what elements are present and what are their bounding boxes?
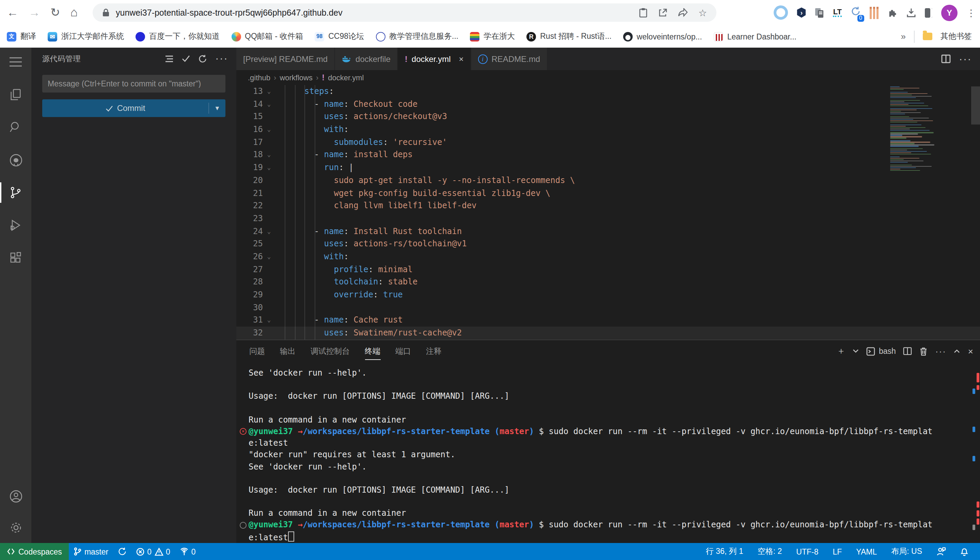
back-icon[interactable]: ← <box>7 6 18 19</box>
code-line-29[interactable]: 29 override: true <box>236 288 980 301</box>
ext-ring-icon[interactable] <box>774 5 788 20</box>
code-line-21[interactable]: 21 wget pkg-config build-essential zlib1… <box>236 187 980 199</box>
branch-indicator[interactable]: master <box>69 543 113 560</box>
bookmark-learner[interactable]: Learner Dashboar... <box>714 32 796 41</box>
ext-languagetool-icon[interactable]: LT <box>833 8 842 17</box>
eol[interactable]: LF <box>828 543 846 560</box>
clipboard-icon[interactable] <box>639 7 648 18</box>
open-in-new-icon[interactable] <box>658 8 668 17</box>
fold-chevron-icon[interactable]: ⌄ <box>263 225 275 237</box>
terminal-instance[interactable]: bash <box>866 347 896 355</box>
split-editor-icon[interactable] <box>941 55 951 63</box>
share-icon[interactable] <box>678 8 688 17</box>
tab-docker-yml[interactable]: !docker.yml× <box>398 48 471 70</box>
breadcrumb-root[interactable]: .github <box>248 73 270 82</box>
tab--preview-readme-md[interactable]: [Preview] README.md <box>236 48 335 70</box>
forward-icon[interactable]: → <box>28 6 40 19</box>
code-line-20[interactable]: 20 sudo apt-get install -y --no-install-… <box>236 174 980 187</box>
panel-tab-注释[interactable]: 注释 <box>426 340 442 362</box>
view-as-list-icon[interactable] <box>165 55 174 62</box>
activity-item-run-debug[interactable] <box>0 214 31 237</box>
refresh-icon[interactable] <box>198 54 207 63</box>
panel-tab-调试控制台[interactable]: 调试控制台 <box>311 340 350 362</box>
ext-pages-icon[interactable] <box>815 7 824 18</box>
bookmark-xzzd[interactable]: 学在浙大 <box>470 31 515 42</box>
panel-more-icon[interactable]: ··· <box>935 346 946 356</box>
activity-item-settings[interactable] <box>0 516 31 539</box>
code-line-19[interactable]: 19⌄ run: | <box>236 161 980 174</box>
sidebar-more-icon[interactable]: ··· <box>215 52 228 65</box>
encoding[interactable]: UTF-8 <box>791 543 823 560</box>
commit-button[interactable]: Commit ▼ <box>42 99 226 117</box>
home-icon[interactable]: ⌂ <box>70 5 78 20</box>
fold-chevron-icon[interactable]: ⌄ <box>263 123 275 136</box>
tab-readme-md[interactable]: iREADME.md <box>471 48 548 70</box>
fold-chevron-icon[interactable]: ⌄ <box>263 149 275 161</box>
kill-terminal-icon[interactable] <box>920 347 928 355</box>
bookmark-baidu[interactable]: 百度一下，你就知道 <box>135 31 220 42</box>
reload-icon[interactable]: ↻ <box>50 5 60 20</box>
bookmark-cc98[interactable]: 98CC98论坛 <box>314 31 364 42</box>
code-line-30[interactable]: 30 <box>236 301 980 314</box>
bookmark-qq-mail[interactable]: QQ邮箱 - 收件箱 <box>231 31 303 42</box>
fold-chevron-icon[interactable]: ⌄ <box>263 98 275 110</box>
cursor-position[interactable]: 行 36, 列 1 <box>701 543 748 560</box>
code-line-27[interactable]: 27 profile: minimal <box>236 263 980 276</box>
activity-item-account[interactable] <box>0 485 31 508</box>
panel-tab-终端[interactable]: 终端 <box>365 340 380 362</box>
code-line-17[interactable]: 17 submodules: 'recursive' <box>236 136 980 149</box>
breadcrumb-folder[interactable]: workflows <box>279 73 313 82</box>
code-line-26[interactable]: 26⌄ with: <box>236 250 980 263</box>
editor-scrollbar[interactable] <box>971 87 980 125</box>
bookmark-translate[interactable]: 文翻译 <box>7 31 36 42</box>
close-tab-icon[interactable]: × <box>459 54 464 63</box>
notifications[interactable] <box>955 543 973 560</box>
code-line-31[interactable]: 31⌄ - name: Cache rust <box>236 314 980 327</box>
commit-message-input[interactable] <box>42 75 226 93</box>
panel-tab-问题[interactable]: 问题 <box>249 340 265 362</box>
activity-item-extensions[interactable] <box>0 246 31 270</box>
activity-item-menu[interactable] <box>0 50 31 73</box>
code-line-22[interactable]: 22 clang llvm libelf1 libelf-dev <box>236 199 980 212</box>
editor-code[interactable]: 13⌄ steps:14⌄ - name: Checkout code15 us… <box>236 85 980 340</box>
code-line-24[interactable]: 24⌄ - name: Install Rust toolchain <box>236 225 980 237</box>
bookmark-github[interactable]: weloveinterns/op... <box>623 32 702 41</box>
fold-chevron-icon[interactable]: ⌄ <box>263 161 275 174</box>
code-line-25[interactable]: 25 uses: actions-rs/toolchain@v1 <box>236 238 980 250</box>
bookmark-rust[interactable]: RRust 招聘 - Rust语... <box>527 31 612 42</box>
profile-avatar[interactable]: Y <box>941 4 958 21</box>
fold-chevron-icon[interactable]: ⌄ <box>263 85 275 98</box>
bookmarks-overflow-icon[interactable]: » <box>901 31 906 42</box>
activity-item-github[interactable] <box>0 148 31 172</box>
indentation[interactable]: 空格: 2 <box>753 543 787 560</box>
activity-item-explorer[interactable] <box>0 83 31 106</box>
reading-mode-icon[interactable] <box>925 8 932 17</box>
code-line-15[interactable]: 15 uses: actions/checkout@v3 <box>236 110 980 123</box>
split-terminal-icon[interactable] <box>903 347 912 355</box>
sync-changes[interactable] <box>113 543 131 560</box>
terminal-output[interactable]: See 'docker run --help'.Usage: docker ru… <box>236 362 975 543</box>
terminal-dropdown-icon[interactable] <box>853 349 859 353</box>
remote-indicator[interactable]: Codespaces <box>0 543 69 560</box>
close-panel-icon[interactable]: × <box>968 346 973 356</box>
breadcrumb-file[interactable]: docker.yml <box>328 73 364 82</box>
fold-chevron-icon[interactable]: ⌄ <box>263 250 275 263</box>
bookmark-zju-mail[interactable]: ✉浙江大学邮件系统 <box>48 31 124 42</box>
ext-puzzle-icon[interactable] <box>887 7 898 18</box>
bookmark-star-icon[interactable]: ☆ <box>698 7 707 18</box>
panel-tab-端口[interactable]: 端口 <box>395 340 411 362</box>
commit-dropdown-icon[interactable]: ▼ <box>209 105 226 112</box>
code-line-23[interactable]: 23 <box>236 212 980 225</box>
editor-more-icon[interactable]: ··· <box>959 53 972 65</box>
language-mode[interactable]: YAML <box>851 543 881 560</box>
activity-item-search[interactable] <box>0 116 31 139</box>
fold-chevron-icon[interactable]: ⌄ <box>263 314 275 327</box>
activity-item-source-control[interactable] <box>0 181 31 204</box>
code-line-28[interactable]: 28 toolchain: stable <box>236 276 980 288</box>
tab-dockerfile[interactable]: dockerfile <box>335 48 398 70</box>
code-line-32[interactable]: 32 uses: Swatinem/rust-cache@v2 <box>236 327 980 339</box>
other-bookmarks[interactable]: 其他书签 <box>940 31 972 42</box>
code-line-13[interactable]: 13⌄ steps: <box>236 85 980 98</box>
ext-shield-icon[interactable]: › <box>797 7 806 18</box>
new-terminal-icon[interactable]: ＋ <box>837 345 846 357</box>
